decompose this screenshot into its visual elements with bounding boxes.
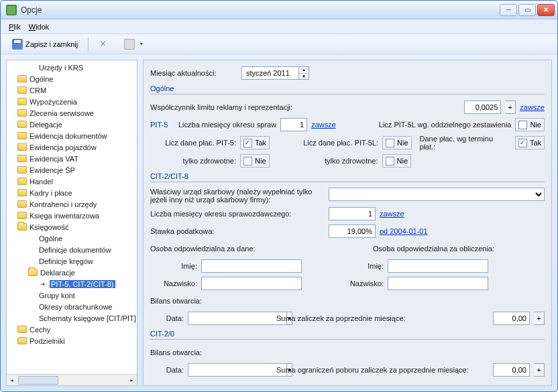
save-icon xyxy=(12,39,23,50)
folder-icon xyxy=(17,337,27,344)
tree-item[interactable]: Ewidencja VAT xyxy=(7,153,137,164)
opening-date2[interactable]: ▼ xyxy=(188,363,255,377)
tree-item[interactable]: Księga inwentarzowa xyxy=(7,210,137,221)
tree-item-label: Ogólne xyxy=(39,235,62,243)
opening-date1-input[interactable] xyxy=(188,312,287,325)
ad-limit-input[interactable] xyxy=(464,101,501,114)
folder-icon xyxy=(17,212,27,219)
resp-calc-firstname-input[interactable] xyxy=(388,259,488,273)
menubar: Plik Widok xyxy=(1,19,557,34)
tree-item[interactable]: Okresy obrachunkowe xyxy=(7,301,137,312)
tree-item[interactable]: Księgowość xyxy=(7,221,137,233)
only-health2-label: tylko zdrowotne: xyxy=(291,157,378,165)
tree-item[interactable]: Ewidencje ŚP xyxy=(7,164,137,176)
tree-item[interactable]: Ogólne xyxy=(7,73,137,84)
tree-item[interactable]: Wypożyczenia xyxy=(7,96,137,107)
window-title: Opcje xyxy=(21,5,500,15)
opening-date2-input[interactable] xyxy=(188,363,287,377)
tree-horizontal-scrollbar[interactable] xyxy=(7,374,137,385)
resp-calc-lastname-input[interactable] xyxy=(388,277,488,290)
count-pit5l-checkbox[interactable]: Nie xyxy=(382,136,412,149)
tree-item[interactable]: Schematy księgowe [CIT/PIT] xyxy=(7,312,137,324)
folder-icon xyxy=(17,189,27,196)
opening-date1[interactable]: ▼ xyxy=(188,312,255,325)
tree-item[interactable]: Zlecenia serwisowe xyxy=(7,107,137,119)
menu-view[interactable]: Widok xyxy=(29,23,50,31)
tax-rate-input[interactable] xyxy=(329,224,376,238)
only-health2-checkbox[interactable]: Nie xyxy=(382,154,412,168)
tree-scroll[interactable]: Urzędy i KRSOgólneCRMWypożyczeniaZleceni… xyxy=(7,60,137,374)
titlebar: Opcje ─ ▭ ✕ xyxy=(1,1,557,19)
menu-file[interactable]: Plik xyxy=(9,23,21,31)
tax-office-select[interactable] xyxy=(329,188,545,201)
folder-icon xyxy=(17,143,27,151)
ad-limit-label: Współczynnik limitu reklamy i reprezenta… xyxy=(150,103,460,111)
validity-month-spinner[interactable]: ▲▼ xyxy=(241,66,309,80)
tree-item[interactable]: Definicje kręgów xyxy=(7,255,137,267)
tools-icon xyxy=(99,39,109,50)
count-pit5-checkbox[interactable]: Tak xyxy=(240,136,270,149)
tree-item[interactable]: CRM xyxy=(7,84,137,96)
spin-down[interactable]: ▼ xyxy=(299,74,309,80)
tax-rate-date-link[interactable]: od 2004-01-01 xyxy=(380,227,428,235)
tree-item[interactable]: Ewidencja pojazdów xyxy=(7,141,137,153)
save-close-label: Zapisz i zamknij xyxy=(25,40,78,48)
months-rep2-always-link[interactable]: zawsze xyxy=(380,210,404,218)
tree-item-label: Ewidencja pojazdów xyxy=(30,143,97,151)
tree-item[interactable]: Ogólne xyxy=(7,233,137,244)
folder-icon xyxy=(17,326,27,333)
tree-item-label: Deklaracje xyxy=(40,269,75,277)
tree-item-label: Księgowość xyxy=(30,223,69,231)
spin-up[interactable]: ▲ xyxy=(299,67,309,74)
tools-button[interactable] xyxy=(93,36,115,52)
tree-item-label: Definicje dokumentów xyxy=(39,246,111,254)
tree-item-label: Zlecenia serwisowe xyxy=(30,109,94,117)
tree-item[interactable]: Cechy xyxy=(7,324,137,335)
prev-advances-input[interactable] xyxy=(493,312,530,325)
tree-item[interactable]: Urzędy i KRS xyxy=(7,62,137,73)
form-panel: Miesiąc aktualności: ▲▼ Ogólne Współczyn… xyxy=(143,60,552,386)
ad-limit-plus-button[interactable]: + xyxy=(505,101,516,114)
tree-item[interactable]: Kadry i płace xyxy=(7,187,137,198)
body: Urzędy i KRSOgólneCRMWypożyczeniaZleceni… xyxy=(1,54,557,391)
opening-balance2-label: Bilans otwarcia: xyxy=(150,348,202,356)
pit5-label: PIT-5 xyxy=(150,121,174,129)
minimize-button[interactable]: ─ xyxy=(500,4,517,16)
prev-limits-label: Suma ograniczeń poboru zaliczek za poprz… xyxy=(276,366,489,374)
tree-item[interactable]: Delegacje xyxy=(7,119,137,130)
months-reporting-always-link[interactable]: zawsze xyxy=(311,121,336,129)
tree-item[interactable]: ➜PIT-5, CIT-2(CIT-8) xyxy=(7,278,137,289)
options-window: Opcje ─ ▭ ✕ Plik Widok Zapisz i zamknij … xyxy=(0,0,558,392)
tree-item[interactable]: Kontrahenci i urzędy xyxy=(7,198,137,210)
only-health1-checkbox[interactable]: Nie xyxy=(240,154,270,168)
section-general: Ogólne xyxy=(150,84,545,94)
maximize-button[interactable]: ▭ xyxy=(518,4,536,16)
tree-item[interactable]: Grupy kont xyxy=(7,289,137,301)
tree-item[interactable]: Podzielniki xyxy=(7,335,137,346)
tree-item-label: Okresy obrachunkowe xyxy=(39,303,112,311)
prev-advances-plus-button[interactable]: + xyxy=(534,312,545,325)
pit5l-separate-checkbox[interactable]: Nie xyxy=(515,118,545,131)
close-button[interactable]: ✕ xyxy=(537,4,555,16)
resp-data-firstname-input[interactable] xyxy=(201,259,302,273)
tree-item-label: Kontrahenci i urzędy xyxy=(30,200,97,208)
folder-icon xyxy=(17,75,27,82)
months-reporting-input[interactable] xyxy=(280,118,307,131)
prev-limits-plus-button[interactable]: + xyxy=(534,363,545,377)
ad-limit-always-link[interactable]: zawsze xyxy=(520,103,545,111)
arrow-icon: ➜ xyxy=(39,280,47,288)
validity-month-input[interactable] xyxy=(242,67,298,79)
tree-item[interactable]: Definicje dokumentów xyxy=(7,244,137,255)
print-button[interactable]: ▼ xyxy=(118,36,150,52)
tree-item[interactable]: Ewidencja dokumentów xyxy=(7,130,137,141)
save-and-close-button[interactable]: Zapisz i zamknij xyxy=(6,36,84,52)
tree-item[interactable]: Deklaracje xyxy=(7,267,137,278)
lastname1-label: Nazwisko: xyxy=(150,279,197,287)
prev-limits-input[interactable] xyxy=(493,363,530,377)
tree-item[interactable]: Handel xyxy=(7,176,137,187)
months-rep2-input[interactable] xyxy=(329,207,376,220)
by-due-checkbox[interactable]: Tak xyxy=(515,136,545,149)
tree-panel: Urzędy i KRSOgólneCRMWypożyczeniaZleceni… xyxy=(6,60,137,386)
pit5l-separate-label: Licz PIT-5L wg. oddzielnego zestawienia xyxy=(379,121,512,129)
resp-data-lastname-input[interactable] xyxy=(201,277,302,290)
